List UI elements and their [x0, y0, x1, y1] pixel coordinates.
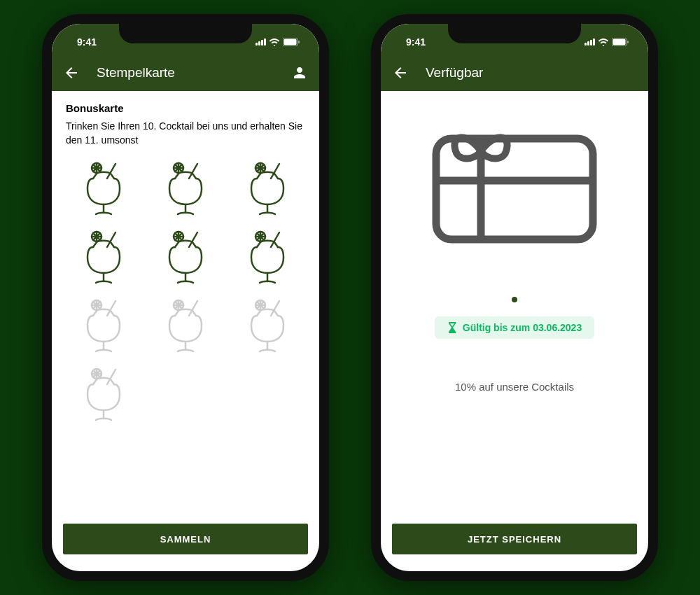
back-icon[interactable] [392, 64, 409, 81]
svg-line-9 [107, 164, 115, 178]
notch [119, 24, 252, 43]
stamps-grid [66, 161, 305, 423]
battery-icon [283, 38, 300, 46]
app-header: Verfügbar [381, 55, 648, 91]
page-title: Stempelkarte [97, 65, 291, 80]
battery-icon [612, 38, 629, 46]
stamp-empty [73, 298, 134, 354]
bonus-description: Trinken Sie Ihren 10. Cocktail bei uns u… [66, 120, 305, 147]
stamp-collected [73, 230, 134, 286]
wifi-icon [269, 38, 280, 46]
phone-mockup-stampcard: 9:41 Stempelkarte Bonuskarte Trinken Sie… [42, 14, 329, 581]
svg-line-65 [271, 301, 279, 316]
stamp-collected [237, 161, 298, 217]
svg-line-16 [189, 164, 197, 178]
stamp-collected [155, 161, 216, 217]
validity-text: Gültig bis zum 03.06.2023 [463, 322, 582, 333]
phone-mockup-available: 9:41 Verfügbar [371, 14, 658, 581]
status-time: 9:41 [69, 36, 97, 48]
svg-line-44 [271, 232, 279, 247]
gift-card-icon [430, 126, 598, 248]
svg-rect-1 [284, 39, 297, 46]
page-indicator-dot [512, 297, 517, 302]
content-area: Bonuskarte Trinken Sie Ihren 10. Cocktai… [52, 91, 319, 515]
svg-line-30 [107, 232, 115, 247]
validity-badge: Gültig bis zum 03.06.2023 [435, 316, 594, 339]
svg-line-72 [107, 370, 115, 384]
svg-rect-2 [298, 41, 300, 43]
collect-button[interactable]: SAMMELN [63, 524, 308, 554]
content-area: Gültig bis zum 03.06.2023 10% auf unsere… [381, 91, 648, 515]
svg-line-58 [189, 301, 197, 316]
app-header: Stempelkarte [52, 55, 319, 91]
svg-rect-75 [627, 41, 629, 43]
svg-rect-74 [613, 39, 626, 46]
svg-line-51 [107, 301, 115, 316]
stamp-collected [237, 230, 298, 286]
stamp-empty [73, 367, 134, 423]
stamp-collected [155, 230, 216, 286]
status-indicators [255, 38, 302, 46]
save-button[interactable]: JETZT SPEICHERN [392, 524, 637, 554]
discount-text: 10% auf unsere Cocktails [455, 381, 574, 393]
notch [448, 24, 581, 43]
wifi-icon [598, 38, 609, 46]
signal-icon [584, 38, 595, 46]
page-title: Verfügbar [426, 65, 637, 80]
svg-line-37 [189, 232, 197, 247]
status-time: 9:41 [398, 36, 426, 48]
stamp-empty [155, 298, 216, 354]
bonus-title: Bonuskarte [66, 102, 305, 114]
stamp-empty [237, 298, 298, 354]
stamp-collected [73, 161, 134, 217]
back-icon[interactable] [63, 64, 80, 81]
signal-icon [255, 38, 266, 46]
svg-line-23 [271, 164, 279, 178]
status-indicators [584, 38, 631, 46]
hourglass-icon [447, 322, 457, 333]
profile-icon[interactable] [291, 64, 308, 81]
